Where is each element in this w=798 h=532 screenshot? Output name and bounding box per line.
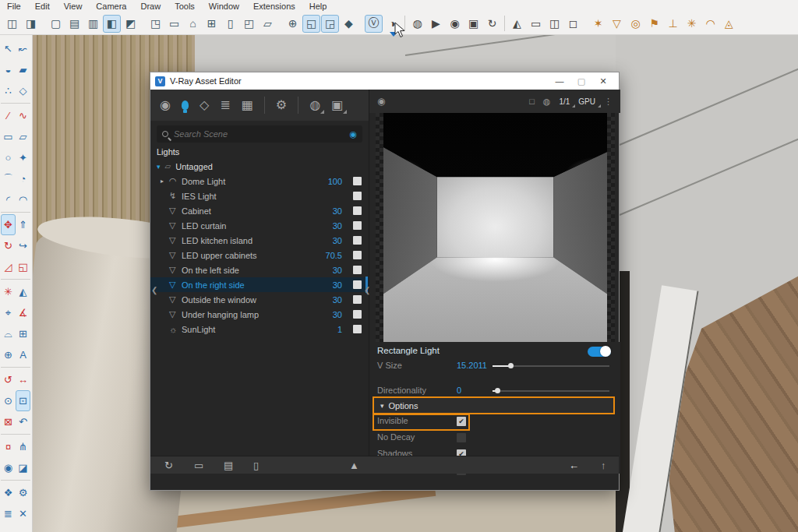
light-intensity-value[interactable]: 30 — [311, 236, 342, 245]
search-input[interactable]: Search Scene ◉ — [157, 125, 362, 143]
polygon-tool[interactable]: ✦ — [16, 147, 30, 168]
bottom-view-icon[interactable]: ▱ — [259, 15, 277, 33]
lock-icon[interactable]: ◻ — [564, 15, 582, 33]
text-label-tool[interactable]: ⊞ — [16, 323, 30, 344]
render-icon[interactable]: ◍ — [408, 15, 426, 33]
vray-util-icon-4[interactable]: ✕ — [16, 503, 30, 524]
monochrome-icon[interactable]: ◩ — [122, 15, 139, 33]
collapse-left-arrow[interactable]: ❮ — [151, 286, 157, 294]
tag-tool[interactable]: ◇ — [16, 80, 30, 101]
left-view-icon[interactable]: ◰ — [240, 15, 258, 33]
position-camera-tool[interactable]: ¤ — [1, 436, 16, 457]
render-preview[interactable] — [376, 113, 615, 342]
iso-view-icon[interactable]: ◳ — [147, 15, 164, 33]
light-enable-checkbox[interactable] — [353, 206, 362, 215]
freehand-tool[interactable]: ∿ — [16, 105, 30, 126]
preview-eye-icon[interactable]: ◉ — [377, 96, 521, 107]
light-enable-checkbox[interactable] — [353, 280, 362, 289]
look-around-tool[interactable]: ◉ — [1, 457, 16, 478]
vray-util-icon-1[interactable]: ❖ — [1, 482, 16, 503]
hidden-line-icon[interactable]: ▤ — [65, 15, 83, 33]
light-intensity-value[interactable]: 70.5 — [311, 251, 342, 260]
move-tool[interactable]: ✥ — [1, 214, 16, 235]
menu-item-camera[interactable]: Camera — [89, 2, 133, 11]
lights-icon[interactable] — [182, 100, 189, 110]
up-arrow-icon[interactable]: ↑ — [601, 459, 606, 472]
previous-view-tool[interactable]: ↶ — [16, 411, 30, 432]
purge-icon[interactable]: ▲ — [349, 459, 359, 472]
light-intensity-value[interactable]: 30 — [311, 310, 342, 319]
push-pull-tool[interactable]: ⇑ — [16, 214, 30, 235]
menu-item-window[interactable]: Window — [202, 2, 246, 11]
back-arrow-icon[interactable]: ← — [569, 459, 579, 472]
viewport-vfb-icon[interactable]: ◫ — [546, 15, 563, 33]
menu-item-file[interactable]: File — [0, 2, 28, 11]
spot-light-icon[interactable]: ⚑ — [645, 15, 663, 33]
batch-render-icon[interactable]: ▣ — [464, 15, 482, 33]
light-intensity-value[interactable]: 30 — [311, 266, 342, 275]
pie-tool[interactable]: ◔ — [16, 168, 30, 189]
lasso-tool[interactable]: ↜ — [16, 38, 30, 59]
light-row[interactable]: ▽LED curtain30 — [150, 218, 369, 233]
delete-icon[interactable]: ▯ — [253, 459, 259, 472]
threed-text-tool[interactable]: A — [16, 344, 30, 365]
wireframe-icon[interactable]: ▢ — [47, 15, 65, 33]
follow-me-tool[interactable]: ↪ — [16, 235, 30, 256]
light-row[interactable]: ☼SunLight1 — [150, 322, 369, 336]
frame-buffer-icon[interactable]: ▭ — [527, 15, 545, 33]
history-frame[interactable]: 1/1 — [559, 97, 570, 106]
collapse-triangle-icon[interactable]: ▾ — [157, 163, 161, 171]
protractor-tool[interactable]: ◭ — [16, 281, 30, 302]
three-point-arc-tool[interactable]: ◠ — [16, 189, 30, 210]
menu-item-draw[interactable]: Draw — [133, 2, 168, 11]
light-intensity-value[interactable]: 30 — [311, 295, 342, 305]
light-enable-checkbox[interactable] — [353, 221, 362, 230]
light-row[interactable]: ▽LED kitchen island30 — [150, 233, 369, 248]
line-tool[interactable]: ∕ — [1, 105, 16, 126]
vray-logo-icon[interactable]: Ⓥ — [365, 15, 383, 33]
shaded-icon[interactable]: ▥ — [84, 15, 102, 33]
save-icon[interactable]: ▤ — [224, 459, 233, 472]
light-row[interactable]: ▽On the right side30 — [150, 277, 369, 292]
generic-light-icon[interactable]: ✶ — [589, 15, 607, 33]
options-section-header[interactable]: ▾ Options — [373, 396, 615, 414]
v-size-value[interactable]: 15.2011 — [457, 361, 487, 370]
zoom-window-tool[interactable]: ⊡ — [16, 390, 30, 411]
shaded-with-textures-icon[interactable]: ◧ — [103, 15, 121, 33]
back-edges-icon[interactable]: ◨ — [22, 15, 40, 33]
region-render-icon[interactable]: □ — [529, 97, 535, 106]
tape-measure-tool[interactable]: ⌖ — [1, 302, 16, 323]
light-enabled-toggle[interactable] — [588, 347, 611, 357]
directionality-slider[interactable] — [493, 390, 609, 392]
dome-light-icon[interactable]: ◠ — [701, 15, 719, 33]
rotate-tool[interactable]: ↻ — [1, 235, 16, 256]
light-row[interactable]: ▽Under hanging lamp30 — [150, 307, 369, 322]
directionality-value[interactable]: 0 — [457, 386, 461, 395]
front-view-icon[interactable]: ⌂ — [184, 15, 202, 33]
section-plane-tool[interactable]: ◪ — [16, 457, 30, 478]
light-row[interactable]: ↯IES Light — [150, 188, 369, 203]
materials-icon[interactable]: ◉ — [160, 99, 171, 111]
light-row[interactable]: ▽Cabinet30 — [150, 203, 369, 218]
v-size-slider[interactable] — [493, 365, 609, 367]
paint-bucket-tool[interactable]: ◒ — [1, 59, 16, 80]
light-intensity-value[interactable]: 1 — [311, 325, 342, 334]
look-at-target-icon[interactable]: ⊕ — [284, 15, 302, 33]
menu-dots-icon[interactable]: ⋮ — [604, 97, 613, 107]
maximize-button[interactable]: ▢ — [570, 76, 592, 86]
render-cloud-icon[interactable]: ◉ — [446, 15, 464, 33]
pan-tool[interactable]: ↔ — [16, 369, 30, 390]
light-enable-checkbox[interactable] — [353, 236, 362, 245]
light-enable-checkbox[interactable] — [353, 310, 362, 319]
render-teapot-icon[interactable]: ◍ — [543, 97, 551, 107]
render-elements-icon[interactable]: ≣ — [220, 99, 230, 111]
menu-item-tools[interactable]: Tools — [168, 2, 202, 11]
scale-tool[interactable]: ◿ — [1, 256, 16, 277]
angular-dimension-tool[interactable]: ∡ — [16, 302, 30, 323]
omni-light-icon[interactable]: ✳ — [683, 15, 701, 33]
open-file-icon[interactable]: ▭ — [194, 459, 203, 472]
circle-tool[interactable]: ○ — [1, 147, 16, 168]
offset-tool[interactable]: ◱ — [16, 256, 30, 277]
right-view-icon[interactable]: ⊞ — [203, 15, 221, 33]
window-title-bar[interactable]: V V-Ray Asset Editor — ▢ ✕ — [150, 72, 619, 90]
